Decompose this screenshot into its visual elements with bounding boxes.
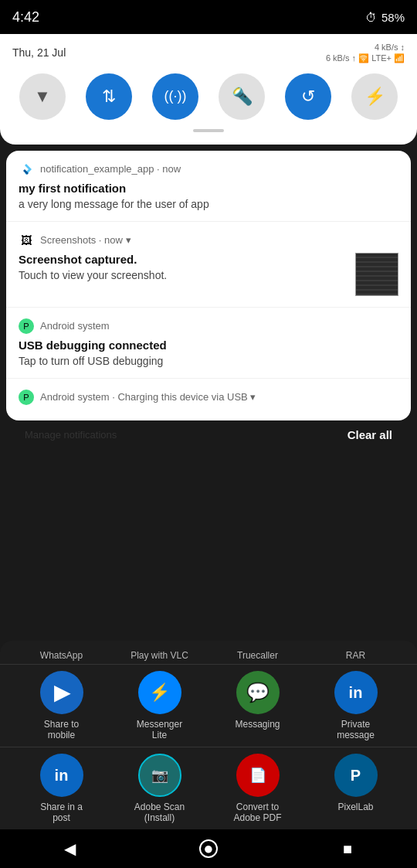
share-sheet: WhatsApp Play with VLC Truecaller RAR ▶ … [0, 641, 417, 829]
convert-adobe-pdf-label: Convert toAdobe PDF [233, 802, 281, 823]
flutter-icon [19, 162, 34, 177]
private-message-item[interactable]: in Privatemessage [325, 671, 387, 740]
notif-header-usb: P Android system [19, 318, 398, 334]
notif-header-charging: P Android system · Charging this device … [19, 390, 398, 405]
android-icon-charging: P [19, 390, 34, 405]
messenger-lite-icon: ⚡ [138, 671, 181, 714]
screenshot-row: Screenshot captured. Touch to view your … [19, 253, 398, 296]
share-main-apps-row: ▶ Share tomobile ⚡ MessengerLite 💬 Messa… [0, 664, 417, 747]
date-label: Thu, 21 Jul [12, 46, 66, 59]
messenger-lite-label: MessengerLite [137, 719, 182, 740]
screenshot-body: Touch to view your screenshot. [19, 269, 355, 281]
status-right: ⏱ 58% [365, 11, 405, 24]
notification-actions-bar: Manage notifications Clear all [6, 424, 411, 446]
pixellab-item[interactable]: P PixelLab [325, 754, 387, 823]
status-bar: 4:42 ⏱ 58% [0, 0, 417, 34]
home-icon: ● [199, 839, 218, 858]
notification-screenshot[interactable]: 🖼 Screenshots · now ▾ Screenshot capture… [6, 222, 411, 308]
flutter-notif-body: a very long message for the user of app [19, 198, 398, 210]
screenshot-thumbnail [355, 253, 398, 296]
back-button[interactable]: ◀ [54, 833, 85, 864]
navigation-bar: ◀ ● ■ [0, 829, 417, 868]
top-app-truecaller-label: Truecaller [227, 650, 289, 661]
screenshot-title: Screenshot captured. [19, 253, 355, 266]
data-icon: ⇅ [102, 87, 116, 107]
wifi-toggle[interactable]: ▼ [19, 73, 66, 120]
hotspot-toggle[interactable]: ((·)) [152, 73, 198, 120]
pixellab-icon: P [334, 754, 378, 797]
private-message-label: Privatemessage [337, 719, 375, 740]
flashlight-toggle[interactable]: 🔦 [219, 73, 265, 120]
share-to-mobile-icon: ▶ [40, 671, 83, 714]
home-button[interactable]: ● [193, 833, 224, 864]
screenshot-text: Screenshot captured. Touch to view your … [19, 253, 355, 281]
private-message-icon: in [334, 671, 378, 714]
convert-adobe-pdf-item[interactable]: 📄 Convert toAdobe PDF [227, 754, 289, 823]
quick-toggles: ▼ ⇅ ((·)) 🔦 ↺ ⚡ [12, 73, 405, 120]
usb-debug-body: Tap to turn off USB debugging [19, 355, 398, 367]
share-second-apps-row: in Share in apost 📷 Adobe Scan(Install) … [0, 747, 417, 829]
notifications-container: notification_example_app · now my first … [6, 151, 411, 420]
back-icon: ◀ [64, 839, 76, 858]
battery-icon: ⏱ [365, 11, 377, 24]
pixellab-label: PixelLab [337, 802, 373, 812]
notif-header-screenshot: 🖼 Screenshots · now ▾ [19, 233, 398, 248]
data-toggle[interactable]: ⇅ [86, 73, 132, 120]
recents-icon: ■ [343, 840, 352, 858]
wifi-icon: ▼ [34, 87, 51, 107]
messaging-item[interactable]: 💬 Messaging [227, 671, 289, 740]
usb-debug-app-name: Android system [40, 320, 398, 332]
adobe-scan-label: Adobe Scan(Install) [134, 802, 185, 823]
messenger-lite-item[interactable]: ⚡ MessengerLite [129, 671, 191, 740]
notification-flutter[interactable]: notification_example_app · now my first … [6, 151, 411, 222]
flutter-app-name: notification_example_app · now [40, 163, 398, 175]
rotate-toggle[interactable]: ↺ [285, 73, 331, 120]
flutter-notif-title: my first notification [19, 182, 398, 195]
adobe-scan-icon: 📷 [138, 754, 181, 797]
notification-usb-debug[interactable]: P Android system USB debugging connected… [6, 308, 411, 379]
share-in-post-icon: in [40, 754, 83, 797]
quick-settings-panel: Thu, 21 Jul 4 kB/s ↕ 6 kB/s ↑ 🛜 LTE+ 📶 ▼… [0, 34, 417, 145]
rotate-icon: ↺ [301, 87, 315, 107]
adobe-scan-item[interactable]: 📷 Adobe Scan(Install) [129, 754, 191, 823]
screenshot-icon: 🖼 [19, 233, 34, 248]
share-in-post-item[interactable]: in Share in apost [31, 754, 93, 823]
convert-adobe-pdf-icon: 📄 [236, 754, 280, 797]
top-apps-row: WhatsApp Play with VLC Truecaller RAR [0, 650, 417, 661]
date-row: Thu, 21 Jul 4 kB/s ↕ 6 kB/s ↑ 🛜 LTE+ 📶 [12, 42, 405, 64]
share-to-mobile-label: Share tomobile [44, 719, 79, 740]
top-app-rar-label: RAR [325, 650, 387, 661]
usb-debug-title: USB debugging connected [19, 339, 398, 352]
manage-notifications-button[interactable]: Manage notifications [25, 429, 117, 441]
top-app-whatsapp-label: WhatsApp [31, 650, 93, 661]
notification-charging[interactable]: P Android system · Charging this device … [6, 379, 411, 420]
share-in-post-label: Share in apost [40, 802, 83, 823]
screenshot-app-name: Screenshots · now ▾ [40, 234, 398, 246]
share-to-mobile-item[interactable]: ▶ Share tomobile [31, 671, 93, 740]
bluetooth-toggle[interactable]: ⚡ [351, 73, 398, 120]
top-app-vlc-label: Play with VLC [129, 650, 191, 661]
network-info: 4 kB/s ↕ 6 kB/s ↑ 🛜 LTE+ 📶 [326, 42, 405, 64]
messaging-label: Messaging [235, 719, 280, 730]
bluetooth-icon: ⚡ [364, 87, 385, 107]
recents-button[interactable]: ■ [332, 833, 363, 864]
android-icon-debug: P [19, 318, 34, 334]
flashlight-icon: 🔦 [232, 87, 253, 107]
clear-all-button[interactable]: Clear all [348, 428, 392, 441]
drag-handle [193, 129, 224, 132]
notif-header-flutter: notification_example_app · now [19, 162, 398, 177]
messaging-icon: 💬 [236, 671, 280, 714]
hotspot-icon: ((·)) [164, 88, 187, 104]
battery-percentage: 58% [381, 11, 405, 24]
charging-app-name: Android system · Charging this device vi… [40, 391, 398, 403]
status-time: 4:42 [12, 9, 39, 26]
